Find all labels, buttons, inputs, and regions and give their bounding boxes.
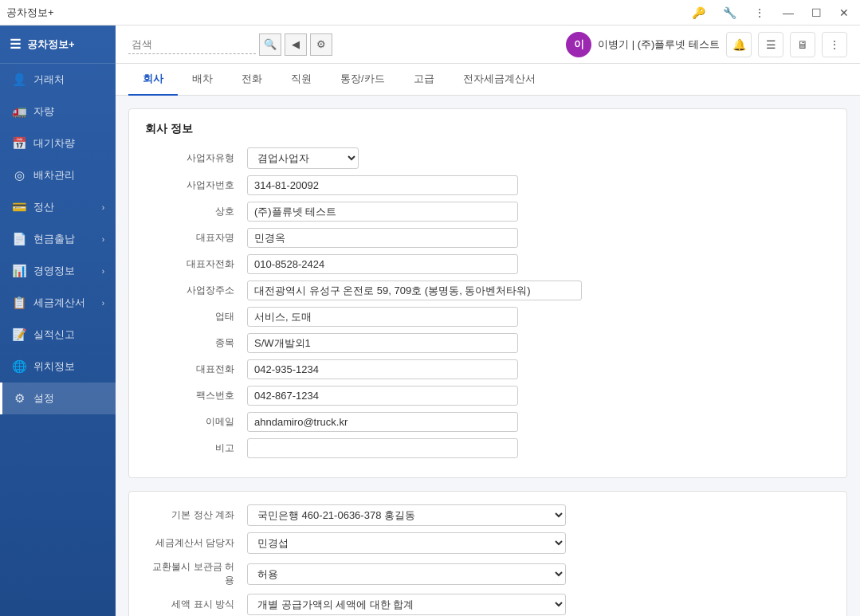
label-ceo-phone: 대표자전화 xyxy=(145,257,241,271)
label-business-number: 사업자번호 xyxy=(145,179,241,192)
sidebar-item-report[interactable]: 📝 실적신고 xyxy=(0,319,116,351)
field-business-type2: 종목 xyxy=(145,333,831,353)
list-view-btn[interactable]: ☰ xyxy=(758,32,783,57)
sidebar-item-dispatch[interactable]: ◎ 배차관리 xyxy=(0,159,116,191)
label-address: 사업장주소 xyxy=(145,284,241,297)
user-name: 이병기 | (주)플루넷 테스트 xyxy=(598,37,720,52)
maximize-btn[interactable]: ☐ xyxy=(807,5,827,21)
tax-icon: 📋 xyxy=(11,295,27,311)
sidebar-item-label: 위치정보 xyxy=(33,359,75,374)
select-tax-display[interactable]: 개별 공급가액의 세액에 대한 합계 xyxy=(247,594,566,615)
field-tax-display: 세액 표시 방식 개별 공급가액의 세액에 대한 합계 xyxy=(145,594,831,615)
input-note[interactable] xyxy=(247,438,518,458)
label-business-type: 사업자유형 xyxy=(145,151,241,165)
label-note: 비고 xyxy=(145,441,241,455)
input-email[interactable] xyxy=(247,412,518,432)
hamburger-icon[interactable]: ☰ xyxy=(10,37,21,52)
tab-dispatch[interactable]: 배차 xyxy=(178,64,227,96)
sidebar-item-vehicle[interactable]: 🚛 자량 xyxy=(0,96,116,128)
sidebar-item-standby[interactable]: 📅 대기차량 xyxy=(0,128,116,159)
sidebar-item-location[interactable]: 🌐 위치정보 xyxy=(0,351,116,383)
field-fax: 팩스번호 xyxy=(145,386,831,406)
search-prev-btn[interactable]: ◀ xyxy=(285,33,307,56)
minimize-btn[interactable]: — xyxy=(778,5,799,21)
sidebar-item-settlement[interactable]: 💳 정산 › xyxy=(0,191,116,223)
top-bar-right: 이 이병기 | (주)플루넷 테스트 🔔 ☰ 🖥 ⋮ xyxy=(566,32,847,57)
sidebar-item-label: 설정 xyxy=(33,391,54,406)
label-business-type2: 종목 xyxy=(145,336,241,350)
company-info-section: 회사 정보 사업자유형 겸업사업자 일반사업자 간이사업자 사업자번호 xyxy=(128,108,847,478)
sidebar-header[interactable]: ☰ 공차정보+ xyxy=(0,26,116,64)
chevron-right-icon: › xyxy=(102,299,104,308)
field-ceo-name: 대표자명 xyxy=(145,228,831,248)
tab-company[interactable]: 회사 xyxy=(128,64,178,96)
puzzle-icon-btn[interactable]: 🔧 xyxy=(718,5,741,21)
sidebar-item-label: 세금계산서 xyxy=(33,296,85,310)
select-exchange-storage[interactable]: 허용 불허용 xyxy=(247,563,566,585)
sidebar-item-tax[interactable]: 📋 세금계산서 › xyxy=(0,287,116,319)
label-tax-display: 세액 표시 방식 xyxy=(145,598,241,611)
tab-advanced[interactable]: 고급 xyxy=(399,64,449,96)
settlement-icon: 💳 xyxy=(11,199,27,215)
sidebar-item-trading[interactable]: 👤 거래처 xyxy=(0,64,116,96)
input-address[interactable] xyxy=(247,281,582,300)
input-ceo-name[interactable] xyxy=(247,228,518,248)
settings-section: 기본 정산 계좌 국민은행 460-21-0636-378 홍길동 세금계산서 … xyxy=(128,491,847,616)
main-content: 회사 정보 사업자유형 겸업사업자 일반사업자 간이사업자 사업자번호 xyxy=(116,96,860,616)
input-company-name[interactable] xyxy=(247,202,518,222)
field-business-category: 업태 xyxy=(145,307,831,327)
search-area: 🔍 ◀ ⚙ xyxy=(128,33,332,56)
sidebar-item-label: 정산 xyxy=(33,200,54,214)
tab-tax-invoice[interactable]: 전자세금계산서 xyxy=(449,64,550,96)
sidebar-item-label: 현금출납 xyxy=(33,232,75,246)
location-icon: 🌐 xyxy=(11,359,27,375)
sidebar-item-settings[interactable]: ⚙ 설정 xyxy=(0,383,116,414)
chevron-right-icon: › xyxy=(102,203,104,212)
sidebar-item-label: 자량 xyxy=(33,104,54,119)
search-button[interactable]: 🔍 xyxy=(259,33,281,56)
label-business-category: 업태 xyxy=(145,310,241,324)
field-business-type: 사업자유형 겸업사업자 일반사업자 간이사업자 xyxy=(145,147,831,169)
label-exchange-storage: 교환불시 보관금 허용 xyxy=(145,560,241,587)
chevron-right-icon: › xyxy=(102,267,104,276)
input-business-number[interactable] xyxy=(247,175,518,195)
field-email: 이메일 xyxy=(145,412,831,432)
tab-account[interactable]: 통장/카드 xyxy=(326,64,399,96)
sidebar-item-cash[interactable]: 📄 현금출납 › xyxy=(0,223,116,255)
report-icon: 📝 xyxy=(11,327,27,343)
search-settings-btn[interactable]: ⚙ xyxy=(310,33,332,56)
label-email: 이메일 xyxy=(145,415,241,429)
standby-icon: 📅 xyxy=(11,135,27,151)
titlebar-more-btn[interactable]: ⋮ xyxy=(749,5,770,21)
field-tax-manager: 세금계산서 담당자 민경섭 xyxy=(145,532,831,554)
monitor-btn[interactable]: 🖥 xyxy=(790,32,815,57)
close-btn[interactable]: ✕ xyxy=(834,5,854,21)
key-icon-btn[interactable]: 🔑 xyxy=(687,5,710,21)
tab-phone[interactable]: 전화 xyxy=(227,64,277,96)
tab-bar: 회사 배차 전화 직원 통장/카드 고급 전자세금계산서 xyxy=(116,64,860,96)
title-bar: 공차정보+ 🔑 🔧 ⋮ — ☐ ✕ xyxy=(0,0,860,26)
label-default-account: 기본 정산 계좌 xyxy=(145,508,241,522)
label-tax-manager: 세금계산서 담당자 xyxy=(145,536,241,550)
select-tax-manager[interactable]: 민경섭 xyxy=(247,532,566,554)
sidebar-item-label: 대기차량 xyxy=(33,136,75,151)
field-business-number: 사업자번호 xyxy=(145,175,831,195)
input-main-phone[interactable] xyxy=(247,359,518,379)
field-exchange-storage: 교환불시 보관금 허용 허용 불허용 xyxy=(145,560,831,587)
bell-btn[interactable]: 🔔 xyxy=(726,32,752,57)
sidebar-item-label: 실적신고 xyxy=(33,328,75,342)
field-note: 비고 xyxy=(145,438,831,458)
tab-staff[interactable]: 직원 xyxy=(277,64,326,96)
input-business-type2[interactable] xyxy=(247,333,518,353)
topbar-more-btn[interactable]: ⋮ xyxy=(822,32,847,57)
select-business-type[interactable]: 겸업사업자 일반사업자 간이사업자 xyxy=(247,147,359,169)
section-title-company: 회사 정보 xyxy=(145,122,831,136)
field-address: 사업장주소 xyxy=(145,281,831,300)
input-business-category[interactable] xyxy=(247,307,518,327)
search-input[interactable] xyxy=(128,35,256,54)
select-default-account[interactable]: 국민은행 460-21-0636-378 홍길동 xyxy=(247,504,566,526)
input-ceo-phone[interactable] xyxy=(247,254,518,274)
input-fax[interactable] xyxy=(247,386,518,406)
field-company-name: 상호 xyxy=(145,202,831,222)
sidebar-item-management[interactable]: 📊 경영정보 › xyxy=(0,255,116,287)
